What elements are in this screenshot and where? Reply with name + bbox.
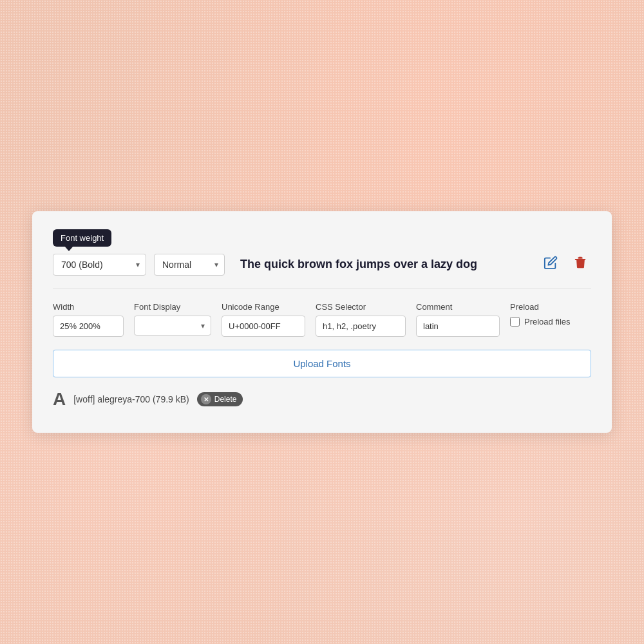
css-selector-input[interactable] xyxy=(316,316,406,337)
font-settings-panel: Font weight 100 (Thin)200 (Extra Light)3… xyxy=(32,211,612,433)
css-selector-field-group: CSS Selector xyxy=(316,302,406,337)
font-file-icon: A xyxy=(53,389,66,410)
comment-input[interactable] xyxy=(416,316,500,337)
width-label: Width xyxy=(53,302,124,312)
delete-file-button[interactable]: ✕ Delete xyxy=(197,392,243,406)
font-style-select[interactable]: NormalItalicOblique xyxy=(154,254,225,276)
font-style-select-wrapper: NormalItalicOblique xyxy=(154,254,225,276)
unicode-label: Unicode Range xyxy=(222,302,305,312)
file-name: [woff] alegreya-700 (79.9 kB) xyxy=(73,394,189,404)
svg-rect-1 xyxy=(578,258,582,259)
row-selects-preview: 100 (Thin)200 (Extra Light)300 (Light)40… xyxy=(53,253,591,276)
tooltip-container: Font weight xyxy=(53,229,111,247)
comment-label: Comment xyxy=(416,302,500,312)
css-selector-label: CSS Selector xyxy=(316,302,406,312)
edit-button[interactable] xyxy=(540,253,562,276)
delete-x-icon: ✕ xyxy=(201,394,211,404)
font-preview-text: The quick brown fox jumps over a lazy do… xyxy=(232,258,532,271)
trash-icon xyxy=(573,256,587,273)
upload-fonts-button[interactable]: Upload Fonts xyxy=(53,350,591,377)
edit-icon xyxy=(544,256,558,273)
preload-checkbox-row: Preload files xyxy=(510,317,571,327)
font-display-label: Font Display xyxy=(134,302,211,312)
row-fields: Width Font Display auto block swap fallb… xyxy=(53,302,591,337)
divider-1 xyxy=(53,289,591,289)
font-weight-select-wrapper: 100 (Thin)200 (Extra Light)300 (Light)40… xyxy=(53,254,146,276)
font-weight-select[interactable]: 100 (Thin)200 (Extra Light)300 (Light)40… xyxy=(53,254,146,276)
svg-rect-2 xyxy=(575,259,586,260)
comment-field-group: Comment xyxy=(416,302,500,337)
width-input[interactable] xyxy=(53,316,124,337)
unicode-field-group: Unicode Range xyxy=(222,302,305,337)
preload-checkbox[interactable] xyxy=(510,317,520,327)
font-weight-tooltip: Font weight xyxy=(53,229,111,247)
width-field-group: Width xyxy=(53,302,124,337)
unicode-input[interactable] xyxy=(222,316,305,337)
font-display-select[interactable]: auto block swap fallback optional xyxy=(134,316,211,336)
delete-button[interactable] xyxy=(569,253,591,276)
preload-label: Preload xyxy=(510,302,571,312)
preload-files-label[interactable]: Preload files xyxy=(524,317,571,327)
font-display-select-wrapper: auto block swap fallback optional xyxy=(134,316,211,336)
preload-group: Preload Preload files xyxy=(510,302,571,327)
font-display-field-group: Font Display auto block swap fallback op… xyxy=(134,302,211,336)
delete-label: Delete xyxy=(214,395,237,404)
file-row: A [woff] alegreya-700 (79.9 kB) ✕ Delete xyxy=(53,389,591,410)
